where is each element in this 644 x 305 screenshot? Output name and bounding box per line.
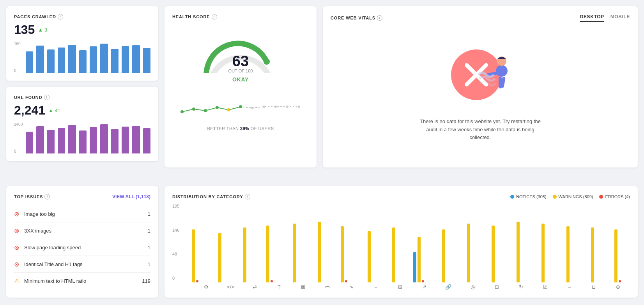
distribution-bars <box>182 204 630 282</box>
svg-point-2 <box>192 108 195 111</box>
dist-group <box>580 204 605 282</box>
bar <box>111 49 119 73</box>
legend-item: WARNINGS (809) <box>553 194 593 199</box>
dist-bar <box>368 231 371 282</box>
dist-bar <box>392 227 395 282</box>
bar <box>132 45 140 73</box>
dist-group <box>406 204 431 282</box>
cwv-empty-state: There is no data for this website yet. T… <box>331 22 630 160</box>
dist-group <box>257 204 282 282</box>
pages-crawled-chart: 160 0 <box>14 42 150 73</box>
bar <box>143 128 150 153</box>
top-issues-header: TOP ISSUES i VIEW ALL (1,118) <box>14 194 150 199</box>
dist-group <box>506 204 531 282</box>
url-found-info-icon[interactable]: i <box>44 95 50 100</box>
bar <box>47 130 55 153</box>
dist-group <box>381 204 406 282</box>
dist-icon-cell: ∿ <box>340 284 364 290</box>
cwv-illustration <box>437 40 523 110</box>
bar <box>100 44 108 73</box>
dist-bar <box>566 226 570 282</box>
bar <box>90 46 97 73</box>
issue-name: Minimum text to HTML ratio <box>24 278 86 284</box>
bar <box>26 51 33 73</box>
svg-point-7 <box>251 107 253 109</box>
cwv-title: CORE WEB VITALS i <box>331 15 382 21</box>
dist-icon-cell: ⇄ <box>243 284 267 290</box>
svg-point-5 <box>227 108 230 111</box>
issue-item: ⚠Minimum text to HTML ratio119 <box>14 273 150 289</box>
core-web-vitals-card: CORE WEB VITALS i DESKTOP MOBILE <box>323 6 638 167</box>
dist-group <box>182 204 207 282</box>
dist-bar <box>341 226 344 282</box>
pages-crawled-info-icon[interactable]: i <box>58 14 63 19</box>
distribution-header: DISTRIBUTION BY CATEGORY i NOTICES (305)… <box>172 194 630 199</box>
dist-bar <box>492 226 495 282</box>
dist-y-labels: 195146480 <box>172 204 179 282</box>
error-icon: ⊗ <box>14 227 21 234</box>
dist-icon-cell: T <box>267 284 291 290</box>
dist-bar <box>467 224 470 282</box>
dist-group <box>332 204 357 282</box>
bar <box>111 129 119 153</box>
dist-icon-cell: ≡ <box>557 284 582 290</box>
health-score-info-icon[interactable]: i <box>212 14 217 19</box>
dist-bar <box>243 227 246 282</box>
issue-count: 1 <box>148 228 150 234</box>
url-found-chart: 2400 0 <box>14 122 150 153</box>
cwv-tab-mobile[interactable]: MOBILE <box>610 14 630 22</box>
dist-bar <box>266 226 269 282</box>
bottom-section: TOP ISSUES i VIEW ALL (1,118) ⊗Image too… <box>6 174 638 298</box>
url-found-value: 2,241 ▲ 41 <box>14 103 150 118</box>
svg-point-4 <box>216 106 219 109</box>
svg-point-6 <box>239 105 242 108</box>
url-found-card: URL FOUND i 2,241 ▲ 41 2400 0 <box>6 87 158 161</box>
gauge-out-of: OUT OF 100 <box>228 69 253 73</box>
gauge-wrapper: 63 OUT OF 100 <box>202 26 280 73</box>
dist-icon-cell: ⊠ <box>291 284 315 290</box>
gauge-status: OKAY <box>232 76 249 83</box>
svg-point-11 <box>298 106 300 108</box>
dist-group <box>207 204 232 282</box>
legend-dot <box>510 195 514 199</box>
bar <box>68 45 76 73</box>
bar <box>26 132 33 153</box>
dist-icon-cell: ⚙ <box>194 284 218 290</box>
dist-bar <box>517 222 520 282</box>
svg-point-1 <box>180 110 184 113</box>
issue-count: 1 <box>148 245 150 250</box>
issue-item: ⊗Identical Title and H1 tags1 <box>14 256 150 273</box>
bar <box>79 50 87 73</box>
legend-dot <box>553 195 557 199</box>
cwv-tab-desktop[interactable]: DESKTOP <box>580 14 604 22</box>
top-issues-info-icon[interactable]: i <box>44 194 50 199</box>
svg-point-15 <box>496 65 508 77</box>
dist-icon-cell: 🔗 <box>436 284 460 290</box>
distribution-info-icon[interactable]: i <box>245 194 250 199</box>
issue-name: Slow page loading speed <box>24 245 81 250</box>
dist-bar <box>318 222 321 282</box>
error-icon: ⊗ <box>14 244 21 251</box>
dist-icon-cell: ⊡ <box>485 284 509 290</box>
dist-group <box>431 204 456 282</box>
view-all-link[interactable]: VIEW ALL (1,118) <box>112 194 150 199</box>
bar <box>100 124 108 153</box>
dist-bar <box>192 229 195 282</box>
issue-item: ⊗Image too big1 <box>14 206 150 222</box>
dist-bar <box>591 227 594 282</box>
dist-bar <box>345 280 347 282</box>
issue-count: 1 <box>148 211 150 217</box>
issue-item: ⊗3XX images1 <box>14 222 150 239</box>
health-score-title: HEALTH SCORE i <box>172 14 309 19</box>
dist-group <box>605 204 630 282</box>
dist-bar <box>442 229 445 282</box>
left-column: PAGES CRAWLED i 135 ▲ 3 160 0 URL FOUND … <box>6 6 158 161</box>
pages-crawled-bars <box>26 42 150 73</box>
dist-bar <box>619 280 621 282</box>
dist-icon-cell: ↗ <box>412 284 436 290</box>
bar <box>58 48 65 73</box>
distribution-card: DISTRIBUTION BY CATEGORY i NOTICES (305)… <box>165 186 638 298</box>
dist-bar <box>541 224 545 282</box>
dist-group <box>456 204 481 282</box>
cwv-info-icon[interactable]: i <box>377 15 382 21</box>
